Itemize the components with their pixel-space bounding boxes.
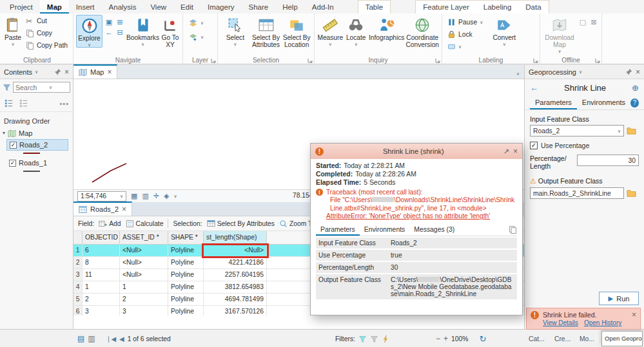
open-in-window-icon[interactable]: ↗ (503, 147, 509, 156)
dialog-tab-parameters[interactable]: Parameters (316, 224, 360, 236)
copy-button[interactable]: Copy (23, 27, 70, 39)
chevron-down-icon[interactable]: ∨ (516, 71, 524, 79)
dialog-tab-messages[interactable]: Messages (3) (409, 224, 459, 236)
pin-icon[interactable] (54, 68, 62, 76)
labeling-dialog-launcher-icon[interactable] (533, 58, 538, 63)
explore-button[interactable]: Explore ∨ (76, 15, 102, 48)
fixed-zoom-in-button[interactable]: ⊞ (115, 17, 125, 27)
layer-dialog-launcher-icon[interactable] (211, 58, 216, 63)
inquiry-dialog-launcher-icon[interactable] (435, 58, 440, 63)
go-to-xy-button[interactable]: Go To XY (161, 15, 180, 48)
column-header-asset-id[interactable]: ASSET_ID * (120, 231, 168, 245)
input-feature-class-combo[interactable]: Roads_2 ∨ (530, 125, 624, 136)
pin-icon[interactable] (625, 68, 633, 76)
close-icon[interactable]: × (636, 68, 640, 76)
row-selector-header[interactable] (73, 231, 83, 245)
sync-button[interactable]: ▢ (578, 17, 588, 27)
select-button[interactable]: Select ∨ (220, 15, 250, 46)
table-select-by-attributes-button[interactable]: Select By Attributes (207, 220, 275, 228)
pan-tool-icon[interactable]: ✛ (153, 192, 159, 200)
select-by-attributes-button[interactable]: Select By Attributes (251, 15, 281, 48)
full-extent-button[interactable]: ▣ (104, 17, 114, 27)
browse-folder-icon[interactable] (627, 126, 636, 136)
browse-folder-icon[interactable] (627, 189, 636, 198)
ribbon-tab-insert[interactable]: Insert (69, 0, 102, 14)
column-header-st-length[interactable]: st_length(Shape) (204, 231, 267, 245)
dialog-tab-environments[interactable]: Environments (360, 224, 410, 236)
percentage-length-input[interactable]: 30 (577, 155, 639, 166)
map-scale-combo[interactable]: 1:54,746 ∨ (77, 191, 126, 202)
chevron-down-icon[interactable]: ∨ (579, 70, 582, 74)
refresh-filter-icon[interactable] (382, 335, 390, 343)
close-icon[interactable]: × (513, 147, 518, 155)
null-length-cell[interactable]: <Null> (204, 245, 267, 257)
previous-extent-button[interactable]: ← (104, 28, 114, 37)
pause-labeling-button[interactable]: Pause∨ (445, 16, 485, 28)
selection-grid-icon[interactable]: ▦ (131, 192, 137, 200)
roads-2-line-symbol[interactable] (23, 153, 40, 154)
bookmarks-button[interactable]: Bookmarks ∨ (126, 15, 159, 46)
dialog-header[interactable]: ! Shrink Line (shrink) ↗ × (311, 144, 522, 159)
dock-tab-modify[interactable]: Mo... (580, 330, 594, 347)
first-record-icon[interactable]: ❘◀ (106, 335, 116, 342)
remove-map-button[interactable]: ⊠ (589, 17, 599, 27)
close-icon[interactable]: × (107, 68, 112, 76)
ribbon-tab-share[interactable]: Share (241, 0, 275, 14)
fixed-zoom-out-button[interactable]: ⊟ (115, 28, 125, 37)
back-arrow-icon[interactable]: ← (530, 83, 538, 93)
open-geoprocessing-popup[interactable]: Open Geoproc... (601, 331, 643, 346)
paste-button[interactable]: Paste ∨ (4, 15, 22, 46)
use-percentage-checkbox[interactable]: ✓ Use Percentage (530, 142, 639, 149)
locate-button[interactable]: Locate ∨ (345, 15, 367, 46)
expander-icon[interactable]: ▾ (3, 131, 5, 136)
ribbon-tab-project[interactable]: Project (3, 0, 40, 14)
column-header-objectid[interactable]: OBJECTID * (83, 231, 120, 245)
output-feature-class-input[interactable]: main.Roads_2_ShrinkLine (530, 187, 624, 199)
ribbon-tab-addin[interactable]: Add-In (305, 0, 341, 14)
zoom-out-icon[interactable]: − (436, 334, 440, 343)
cut-button[interactable]: ✂Cut (23, 15, 70, 27)
help-icon[interactable]: ? (630, 98, 639, 108)
tab-environments[interactable]: Environments (577, 96, 630, 109)
ribbon-tab-feature-layer[interactable]: Feature Layer (416, 1, 476, 14)
ribbon-tab-imagery[interactable]: Imagery (200, 0, 242, 14)
attribute-error-link[interactable]: AttributeError: 'NoneType' object has no… (326, 212, 517, 220)
download-map-button[interactable]: Download Map ∨ (543, 15, 576, 53)
close-icon[interactable]: × (64, 68, 69, 76)
add-field-button[interactable]: Add (99, 220, 121, 228)
offline-dialog-launcher-icon[interactable] (595, 58, 600, 63)
copy-messages-icon[interactable] (509, 225, 517, 234)
close-icon[interactable]: × (122, 205, 126, 213)
tree-node-roads-2[interactable]: ✓ Roads_2 (6, 139, 68, 151)
select-by-location-button[interactable]: Select By Location (282, 15, 311, 48)
ribbon-tab-analysis[interactable]: Analysis (102, 0, 144, 14)
attribute-table-tab[interactable]: Roads_2 × (73, 202, 132, 216)
tree-node-map[interactable]: ▾ Map (0, 127, 73, 139)
view-details-link[interactable]: View Details (543, 319, 578, 326)
chevron-down-icon[interactable]: ∨ (174, 194, 177, 198)
more-labeling-button[interactable]: ∨ (445, 41, 485, 53)
lock-labeling-button[interactable]: Lock (445, 28, 485, 41)
zoom-in-icon[interactable]: + (444, 334, 448, 343)
tree-node-roads-1[interactable]: ✓ Roads_1 (6, 157, 73, 169)
ribbon-tab-help[interactable]: Help (275, 0, 305, 14)
table-view-icon[interactable]: ▤ (77, 334, 84, 343)
measure-button[interactable]: Measure ∨ (317, 15, 344, 46)
calculate-field-button[interactable]: Calculate (126, 220, 164, 228)
refresh-icon[interactable]: ↻ (479, 334, 486, 344)
dock-tab-create[interactable]: Cre... (554, 330, 571, 347)
copy-path-button[interactable]: Copy Path (23, 39, 70, 52)
column-header-shape[interactable]: SHAPE * (168, 231, 204, 245)
list-by-drawing-order-icon[interactable] (4, 98, 14, 108)
layer-visibility-checkbox[interactable]: ✓ (9, 160, 16, 167)
ribbon-tab-table[interactable]: Table (358, 1, 391, 14)
coordinate-conversion-button[interactable]: Coordinate Conversion (405, 15, 439, 48)
filter-funnel-icon[interactable] (3, 83, 11, 91)
open-history-link[interactable]: Open History (584, 319, 621, 326)
roads-1-line-symbol[interactable] (23, 171, 40, 172)
run-button[interactable]: ▶ Run (599, 292, 639, 305)
form-view-icon[interactable]: ▥ (88, 334, 95, 343)
ribbon-tab-edit[interactable]: Edit (173, 0, 200, 14)
selection-dialog-launcher-icon[interactable] (307, 58, 313, 63)
ribbon-tab-labeling[interactable]: Labeling (476, 1, 518, 14)
